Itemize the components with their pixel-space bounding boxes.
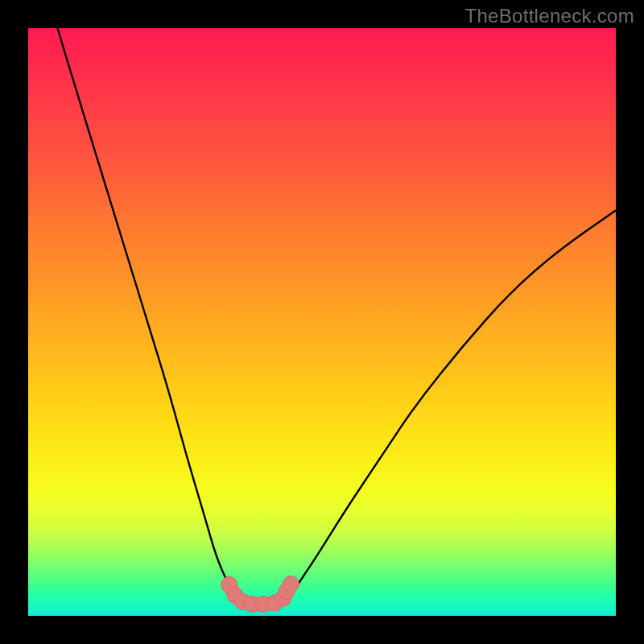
curve-layer: [28, 28, 616, 616]
watermark-text: TheBottleneck.com: [464, 5, 634, 27]
valley-marker: [283, 576, 299, 592]
valley-markers: [221, 576, 299, 613]
right-curve: [287, 210, 616, 601]
left-curve: [58, 28, 243, 601]
plot-area: [28, 28, 616, 616]
chart-frame: TheBottleneck.com: [0, 0, 644, 644]
